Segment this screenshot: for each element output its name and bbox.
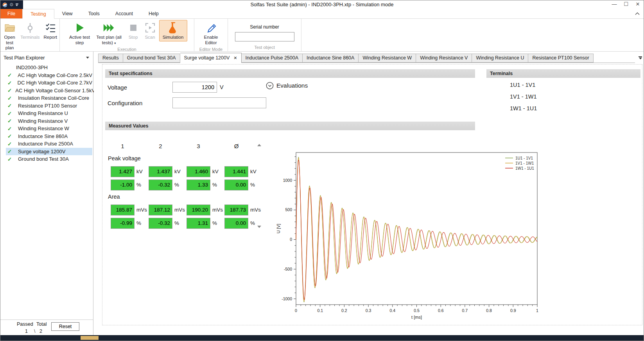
measured-values-header: Measured Values (105, 122, 475, 130)
doc-tab-label: Surge voltage 1200V (184, 55, 230, 61)
tab-view[interactable]: View (54, 9, 81, 18)
test-plan-all-tests-button[interactable]: Test plan (all tests) ▾ (93, 20, 125, 47)
serial-number-input[interactable] (235, 32, 294, 41)
explorer-collapse-caret-icon[interactable] (86, 57, 89, 59)
tab-tools[interactable]: Tools (81, 9, 108, 18)
measured-unit: % (136, 218, 141, 229)
configuration-label: Configuration (108, 100, 142, 106)
simulation-button[interactable]: Simulation (159, 20, 187, 41)
scan-icon (145, 22, 155, 34)
tree-item[interactable]: ✓AC High Voltage Coil-Sensor 1.5kV (6, 87, 92, 95)
button-label: Open test plan (3, 35, 16, 51)
check-icon: ✓ (7, 126, 14, 132)
doc-tab[interactable]: Inductance Sine 860A (303, 54, 359, 63)
button-label: Scan (145, 35, 155, 40)
doc-tab-label: Inductance Pulse 2500A (246, 55, 299, 61)
tree-item-label: Ground bond Test 30A (18, 156, 69, 162)
maximize-button[interactable]: ☐ (620, 0, 632, 9)
reset-button[interactable]: Reset (51, 322, 79, 331)
configuration-input[interactable] (172, 97, 266, 108)
measured-unit: % (250, 179, 255, 190)
tree-item-label: Insulation Resistance Coil-Core (18, 95, 89, 101)
check-icon: ✓ (7, 80, 14, 86)
tree-item[interactable]: ✓Inductance Pulse 2500A (6, 140, 92, 148)
tab-file[interactable]: File (0, 9, 22, 18)
measured-value: -0.32 (149, 218, 172, 229)
measured-value: -1.00 (111, 179, 135, 190)
enable-editor-button[interactable]: Enable Editor (200, 20, 222, 47)
tree-item[interactable]: ✓Resistance PT100 Sensor (6, 102, 92, 110)
close-button[interactable]: ✕ (632, 0, 644, 9)
measured-column-header: 2 (149, 143, 172, 149)
x-tick-label: 0.4 (389, 308, 395, 313)
tree-item[interactable]: ✓Inductance Sine 860A (6, 133, 92, 140)
group-label-test-object: Test object (229, 45, 300, 51)
tab-list-icon[interactable] (639, 56, 642, 59)
play-icon (75, 22, 85, 34)
x-tick-label: 0.3 (366, 308, 371, 313)
measured-value: 190.20 (187, 205, 210, 215)
doc-tab[interactable]: Resistance PT100 Sensor (528, 54, 593, 63)
measured-value: 1.437 (149, 166, 172, 177)
measured-unit: % (212, 179, 217, 190)
minimize-button[interactable]: — (608, 0, 620, 9)
window-title: Solfas Test Suite (admin) - IND2000-3PH.… (0, 0, 644, 9)
check-icon: ✓ (7, 102, 14, 109)
tab-testing[interactable]: Testing (22, 9, 54, 19)
tab-help[interactable]: Help (141, 9, 167, 18)
measured-value: -0.32 (149, 179, 172, 190)
doc-tab[interactable]: Winding Resistance U (472, 54, 528, 63)
test-plan-tree: IND2000-3PH ✓AC High Voltage Coil-Core 2… (0, 64, 93, 163)
tree-item[interactable]: ✓Ground bond Test 30A (6, 155, 92, 163)
plot-frame (296, 153, 537, 305)
doc-tab[interactable]: Results (98, 54, 123, 63)
scroll-down-icon[interactable] (257, 226, 261, 228)
passed-count: 1 (25, 328, 28, 334)
test-plan-explorer: Test Plan Explorer IND2000-3PH ✓AC High … (0, 52, 93, 336)
stop-button: Stop (126, 20, 141, 41)
tree-item-label: Resistance PT100 Sensor (18, 103, 77, 109)
evaluations-label: Evaluations (276, 82, 308, 89)
doc-tab[interactable]: Inductance Pulse 2500A (242, 54, 303, 63)
open-test-plan-button[interactable]: Open test plan (1, 20, 18, 52)
measured-unit: kV (174, 166, 181, 177)
y-axis-label: U [V] (276, 224, 281, 233)
doc-tab[interactable]: Winding Resistance W (359, 54, 416, 63)
terminal-pair: 1V1 - 1W1 (510, 93, 537, 100)
main-content: ResultsGround bond Test 30ASurge voltage… (94, 52, 644, 336)
taskbar (0, 335, 644, 341)
tree-item[interactable]: ✓Winding Resistance V (6, 117, 92, 125)
doc-tab[interactable]: Ground bond Test 30A (123, 54, 180, 63)
measured-unit: % (136, 179, 141, 190)
report-button[interactable]: Report (42, 20, 59, 41)
tree-item-label: Winding Resistance W (18, 126, 69, 131)
tab-account[interactable]: Account (108, 9, 141, 18)
tree-item[interactable]: ✓DC High Voltage Coil-Core 2.7kV (6, 79, 92, 87)
measured-group-label: Area (108, 194, 120, 200)
doc-tab[interactable]: Winding Resistance V (416, 54, 472, 63)
scroll-up-icon[interactable] (257, 144, 261, 146)
tree-item[interactable]: ✓Winding Resistance W (6, 125, 92, 133)
evaluations-expander[interactable]: Evaluations (266, 82, 308, 90)
ribbon-tab-bar: File Testing View Tools Account Help (0, 9, 644, 19)
active-test-step-button[interactable]: Active test step (67, 20, 93, 47)
check-icon: ✓ (7, 95, 14, 101)
doc-tab[interactable]: Surge voltage 1200V✕ (180, 53, 242, 63)
close-tab-icon[interactable]: ✕ (233, 56, 237, 60)
ribbon-group-test-object: Serial number Test object (228, 19, 301, 51)
surge-voltage-chart: -1000-5000500100000.10.20.30.40.50.60.70… (274, 142, 548, 322)
voltage-input[interactable] (172, 82, 217, 93)
doc-tab-label: Winding Resistance U (476, 55, 524, 61)
tree-item[interactable]: ✓AC High Voltage Coil-Core 2.5kV (6, 72, 92, 79)
button-label: Simulation (163, 35, 184, 40)
tree-item[interactable]: ✓Surge voltage 1200V (6, 148, 92, 156)
tree-root[interactable]: IND2000-3PH (14, 64, 92, 72)
series-1V1 - 1W1 (296, 158, 537, 302)
collapse-ribbon-icon[interactable] (635, 12, 640, 15)
count-separator: \ (34, 328, 35, 334)
measured-column-header: 1 (111, 143, 135, 149)
passed-label: Passed (17, 321, 33, 327)
voltage-unit: V (220, 84, 224, 90)
tree-item[interactable]: ✓Insulation Resistance Coil-Core (6, 94, 92, 102)
tree-item[interactable]: ✓Winding Resistance U (6, 109, 92, 117)
